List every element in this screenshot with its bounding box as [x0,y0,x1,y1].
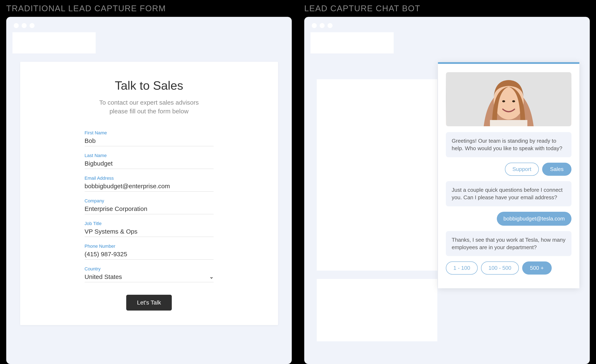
intent-options: Support Sales [446,163,572,176]
logo-placeholder [13,32,96,53]
last-name-input[interactable] [85,159,214,169]
country-label: Country [85,266,214,272]
left-panel-title: TRADITIONAL LEAD CAPTURE FORM [6,0,292,17]
option-headcount-500-plus[interactable]: 500 + [522,261,552,275]
job-title-input[interactable] [85,227,214,237]
bot-message-ask-headcount: Thanks, I see that you work at Tesla, ho… [446,231,572,256]
user-message-email: bobbigbudget@tesla.com [497,212,572,226]
chevron-down-icon: ⌄ [209,274,214,280]
window-dot-icon [22,23,27,28]
window-dot-icon [320,23,325,28]
content-placeholder [317,279,437,341]
window-dot-icon [328,23,333,28]
sales-form-card: Talk to Sales To contact our expert sale… [20,62,278,325]
option-headcount-100-500[interactable]: 100 - 500 [481,261,519,275]
svg-point-2 [502,100,505,102]
country-value: United States [85,273,122,280]
content-placeholder [317,79,437,271]
email-input[interactable] [85,182,214,192]
form-subtitle-line1: To contact our expert sales advisors [99,99,199,106]
left-browser-frame: Talk to Sales To contact our expert sale… [6,17,292,364]
field-first-name: First Name [85,130,214,146]
first-name-label: First Name [85,130,214,136]
field-company: Company [85,198,214,214]
right-browser-frame: Greetings! Our team is standing by ready… [304,17,590,364]
right-panel: LEAD CAPTURE CHAT BOT [304,0,590,364]
form-title: Talk to Sales [41,78,257,92]
field-email: Email Address [85,176,214,192]
bot-message-ask-email: Just a couple quick questions before I c… [446,181,572,206]
field-last-name: Last Name [85,153,214,169]
bot-message-greeting: Greetings! Our team is standing by ready… [446,132,572,157]
field-phone: Phone Number [85,244,214,260]
phone-label: Phone Number [85,244,214,249]
first-name-input[interactable] [85,136,214,146]
window-dot-icon [14,23,19,28]
window-controls [13,23,285,28]
company-label: Company [85,198,214,204]
country-select[interactable]: United States ⌄ [85,273,214,282]
svg-rect-4 [490,120,527,126]
last-name-label: Last Name [85,153,214,158]
email-label: Email Address [85,176,214,181]
field-job-title: Job Title [85,221,214,237]
headcount-options: 1 - 100 100 - 500 500 + [446,261,572,275]
window-dot-icon [30,23,35,28]
window-controls [311,23,583,28]
logo-placeholder [311,32,394,53]
form-subtitle: To contact our expert sales advisors ple… [41,98,257,116]
form-fields: First Name Last Name Email Address Compa… [85,130,214,311]
phone-input[interactable] [85,250,214,260]
field-country: Country United States ⌄ [85,266,214,282]
option-sales[interactable]: Sales [542,163,572,176]
option-support[interactable]: Support [505,163,539,176]
svg-point-3 [512,100,515,102]
job-title-label: Job Title [85,221,214,226]
left-panel: TRADITIONAL LEAD CAPTURE FORM Talk to Sa… [6,0,292,364]
chat-widget: Greetings! Our team is standing by ready… [438,62,579,288]
company-input[interactable] [85,204,214,214]
right-panel-title: LEAD CAPTURE CHAT BOT [304,0,590,17]
window-dot-icon [312,23,317,28]
option-headcount-1-100[interactable]: 1 - 100 [446,261,478,275]
submit-button[interactable]: Let's Talk [126,295,172,311]
person-icon [446,72,572,126]
agent-avatar [446,72,572,126]
form-subtitle-line2: please fill out the form below [109,108,188,115]
